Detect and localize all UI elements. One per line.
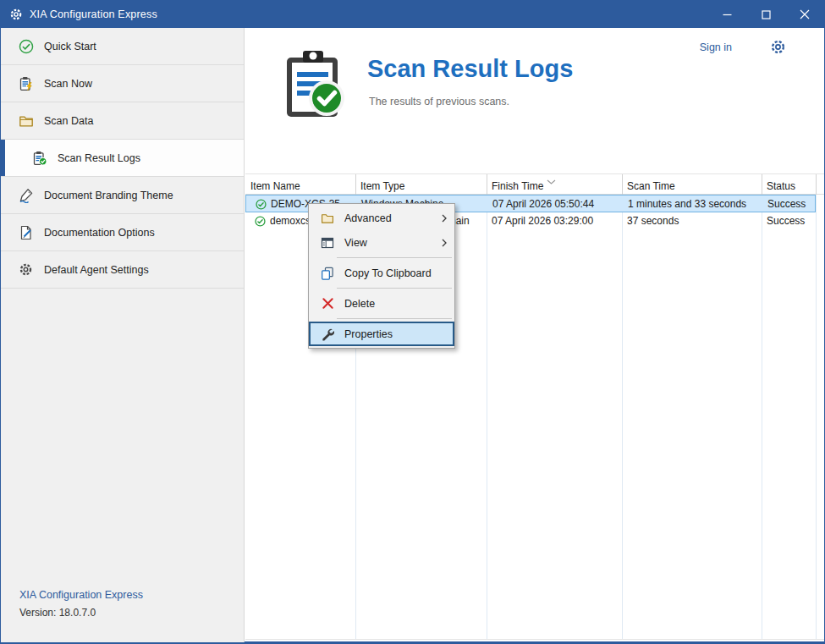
page-title: Scan Result Logs xyxy=(367,55,573,83)
sidebar-item-default-agent-settings[interactable]: Default Agent Settings xyxy=(1,251,244,289)
scan-result-logs-icon xyxy=(280,49,346,125)
app-gear-icon xyxy=(9,8,23,21)
titlebar: XIA Configuration Express xyxy=(1,1,824,28)
maximize-button[interactable] xyxy=(746,1,785,28)
menu-item-label: Properties xyxy=(344,328,393,340)
column-header-finish-time[interactable]: Finish Time xyxy=(487,180,543,192)
success-check-icon xyxy=(256,199,267,210)
cell-status: Success xyxy=(762,195,817,212)
sidebar-footer: XIA Configuration Express Version: 18.0.… xyxy=(19,589,143,619)
sidebar-item-label: Quick Start xyxy=(44,41,96,52)
column-header-item-name[interactable]: Item Name xyxy=(245,180,300,192)
menu-item-advanced[interactable]: Advanced xyxy=(309,206,454,230)
delete-x-icon xyxy=(320,297,335,310)
success-check-icon xyxy=(255,216,266,227)
view-grid-icon xyxy=(320,236,335,250)
clipboard-bolt-icon xyxy=(18,75,34,91)
sidebar-item-scan-result-logs[interactable]: Scan Result Logs xyxy=(1,140,244,177)
pen-icon xyxy=(18,187,34,203)
minimize-button[interactable] xyxy=(707,1,746,28)
document-pencil-icon xyxy=(18,224,34,240)
sidebar-item-label: Documentation Options xyxy=(44,227,155,239)
submenu-arrow-icon xyxy=(442,213,447,225)
menu-separator xyxy=(337,257,452,258)
menu-item-copy-to-clipboard[interactable]: Copy To Clipboard xyxy=(309,261,454,285)
close-button[interactable] xyxy=(785,1,824,28)
menu-item-label: Advanced xyxy=(344,212,392,224)
footer-app-name: XIA Configuration Express xyxy=(19,589,143,601)
menu-separator xyxy=(337,288,452,289)
menu-item-label: View xyxy=(344,237,367,249)
window-title: XIA Configuration Express xyxy=(30,8,157,20)
wrench-icon xyxy=(320,328,335,341)
column-header-status[interactable]: Status xyxy=(762,180,795,192)
sidebar-item-label: Default Agent Settings xyxy=(44,264,149,276)
footer-version: Version: 18.0.7.0 xyxy=(19,607,143,619)
sidebar-item-scan-now[interactable]: Scan Now xyxy=(1,65,244,102)
menu-item-label: Delete xyxy=(344,298,375,310)
sidebar-item-document-branding-theme[interactable]: Document Branding Theme xyxy=(1,177,244,214)
menu-item-delete[interactable]: Delete xyxy=(309,291,454,316)
sort-descending-icon xyxy=(547,175,556,187)
sidebar: Quick Start Scan Now Scan Data xyxy=(1,28,245,642)
menu-item-properties[interactable]: Properties xyxy=(309,322,454,346)
context-menu: Advanced View xyxy=(308,203,455,349)
menu-item-view[interactable]: View xyxy=(309,230,454,255)
clipboard-check-icon xyxy=(31,150,47,166)
column-header-item-type[interactable]: Item Type xyxy=(355,180,404,192)
folder-icon xyxy=(18,113,34,129)
column-separator xyxy=(816,195,817,639)
sign-in-link[interactable]: Sign in xyxy=(700,41,732,53)
page-subtitle: The results of previous scans. xyxy=(369,96,509,107)
submenu-arrow-icon xyxy=(442,238,447,250)
app-window: XIA Configuration Express Quick Start xyxy=(0,0,825,644)
sidebar-item-label: Scan Data xyxy=(44,115,93,127)
cell-finish-time: 07 April 2026 05:50:44 xyxy=(487,195,623,212)
column-separator xyxy=(762,195,762,639)
check-circle-icon xyxy=(18,38,34,54)
sidebar-item-quick-start[interactable]: Quick Start xyxy=(1,28,244,65)
column-header-scan-time[interactable]: Scan Time xyxy=(622,180,675,192)
copy-icon xyxy=(320,267,335,280)
sidebar-item-label: Scan Now xyxy=(44,78,92,90)
column-separator xyxy=(487,195,487,639)
sidebar-item-scan-data[interactable]: Scan Data xyxy=(1,102,244,140)
column-separator xyxy=(622,195,623,639)
menu-item-label: Copy To Clipboard xyxy=(344,267,432,279)
cell-finish-time: 07 April 2026 03:29:00 xyxy=(487,212,622,229)
cell-scan-time: 37 seconds xyxy=(622,212,762,229)
menu-separator xyxy=(337,318,452,319)
sidebar-item-label: Document Branding Theme xyxy=(44,190,173,201)
table-header: Item Name Item Type Finish Time Scan Tim… xyxy=(245,174,824,195)
cell-scan-time: 1 minutes and 33 seconds xyxy=(623,195,762,212)
folder-icon xyxy=(320,212,335,225)
settings-gear-icon[interactable] xyxy=(770,39,786,58)
cell-status: Success xyxy=(762,212,816,229)
sidebar-item-documentation-options[interactable]: Documentation Options xyxy=(1,214,244,251)
gear-icon xyxy=(18,261,34,278)
sidebar-item-label: Scan Result Logs xyxy=(58,152,140,164)
